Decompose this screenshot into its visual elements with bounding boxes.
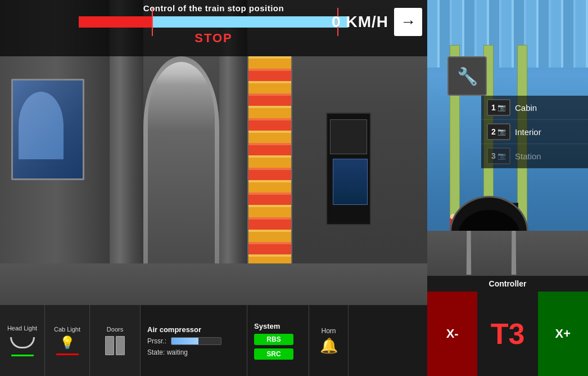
center-arch-inner: [148, 62, 215, 293]
compressor-section: Air compressor Prssr.: State: waiting: [141, 305, 247, 376]
camera-1-badge: 1 📷: [487, 99, 510, 116]
horn-button[interactable]: Horn 🔔: [309, 305, 349, 376]
doors-icon: [105, 336, 125, 355]
cab-light-button[interactable]: Cab Light 💡: [45, 305, 90, 376]
wrench-button[interactable]: 🔧: [447, 56, 487, 96]
camera-3-badge: 3 📷: [487, 147, 510, 164]
headlight-status-bar: [11, 355, 34, 356]
horn-label: Horn: [321, 327, 336, 335]
bottom-panel: Head Light Cab Light 💡 Doors: [0, 304, 427, 376]
speed-value: 0 KM/H: [332, 13, 388, 31]
speed-display: 0 KM/H →: [332, 8, 422, 36]
prssr-label: Prssr.:: [147, 337, 166, 345]
camera-interior-button[interactable]: 2 📷 Interior: [481, 120, 588, 144]
state-row: State: waiting: [147, 348, 240, 356]
door-left: [105, 336, 114, 355]
camera-1-icon: 📷: [497, 104, 506, 111]
horn-icon: 🔔: [320, 337, 338, 355]
src-button[interactable]: SRC: [254, 348, 293, 360]
controller-minus-button[interactable]: X-: [427, 292, 477, 376]
controller-section: Controller X- T3 X+: [427, 275, 588, 376]
pressure-bar-fill: [171, 338, 198, 344]
system-section: System RBS SRC: [247, 305, 309, 376]
cablight-status-bar: [56, 353, 79, 355]
pressure-row: Prssr.:: [147, 337, 240, 345]
controller-gear-display: T3: [477, 292, 537, 376]
headlight-icon: [10, 334, 35, 351]
game-viewport: Control of the train stop position STOP …: [0, 0, 588, 376]
stop-text: STOP: [195, 31, 233, 46]
doors-button[interactable]: Doors: [90, 305, 141, 376]
doors-label: Doors: [107, 326, 123, 333]
train-scene: Control of the train stop position STOP …: [0, 0, 427, 376]
left-window: [11, 79, 84, 180]
progress-track: [79, 16, 349, 28]
cablight-icon: 💡: [60, 335, 75, 350]
camera-station-label: Station: [515, 151, 541, 161]
head-light-button[interactable]: Head Light: [0, 305, 45, 376]
controller-buttons: X- T3 X+: [427, 292, 588, 376]
camera-cabin-label: Cabin: [515, 103, 537, 113]
hud-title: Control of the train stop position: [143, 3, 284, 13]
system-title: System: [254, 322, 302, 330]
head-light-label: Head Light: [7, 325, 37, 332]
cab-light-label: Cab Light: [54, 326, 80, 333]
camera-cabin-button[interactable]: 1 📷 Cabin: [481, 96, 588, 120]
compressor-title: Air compressor: [147, 325, 240, 334]
camera-3-number: 3: [491, 151, 496, 160]
camera-2-number: 2: [491, 127, 496, 136]
rbs-button[interactable]: RBS: [254, 334, 293, 345]
wrench-icon: 🔧: [457, 66, 478, 86]
camera-interior-label: Interior: [515, 127, 541, 137]
camera-3-icon: 📷: [497, 152, 506, 160]
controller-plus-button[interactable]: X+: [538, 292, 588, 376]
controller-label: Controller: [427, 276, 588, 292]
control-panel-3d: [326, 113, 371, 225]
center-arch: [143, 56, 219, 293]
headlight-bowl: [10, 337, 35, 348]
camera-panel: 1 📷 Cabin 2 📷 Interior 3 📷 Station: [481, 96, 588, 168]
progress-red: [79, 16, 152, 28]
camera-station-button[interactable]: 3 📷 Station: [481, 144, 588, 168]
progress-marker-left: [152, 8, 153, 36]
camera-2-icon: 📷: [497, 128, 506, 136]
camera-2-badge: 2 📷: [487, 123, 510, 140]
camera-1-number: 1: [491, 103, 496, 112]
train-floor: [0, 263, 427, 308]
door-right: [116, 336, 125, 355]
pressure-bar-bg: [171, 337, 221, 345]
speed-arrow[interactable]: →: [394, 8, 422, 36]
